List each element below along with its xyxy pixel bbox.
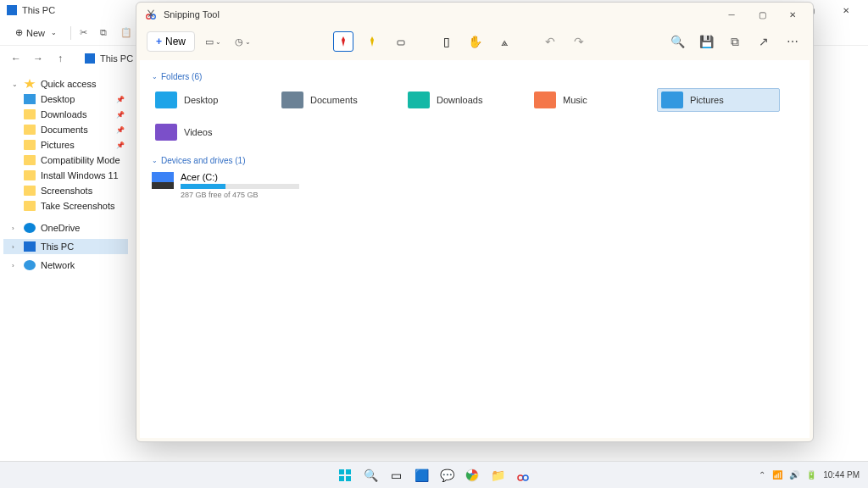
- close-button[interactable]: ✕: [831, 0, 861, 20]
- new-button[interactable]: ⊕New⌄: [10, 25, 62, 40]
- folder-music[interactable]: Music: [531, 88, 654, 112]
- sidebar-item-documents[interactable]: Documents📌: [3, 122, 128, 137]
- paste-icon[interactable]: 📋: [120, 27, 132, 39]
- up-button[interactable]: ↑: [54, 53, 66, 64]
- crop-tool[interactable]: ⟁: [494, 31, 515, 52]
- drive-c[interactable]: Acer (C:) 287 GB free of 475 GB: [152, 172, 798, 199]
- start-button[interactable]: [336, 466, 354, 485]
- snip-maximize-button[interactable]: ▢: [747, 4, 777, 25]
- explorer-title: This PC: [22, 5, 55, 15]
- pen-red-tool[interactable]: [333, 31, 353, 52]
- address-bar[interactable]: This PC: [85, 53, 133, 64]
- search-button[interactable]: 🔍: [361, 466, 380, 485]
- sidebar-network[interactable]: ›Network: [3, 258, 128, 273]
- ruler-tool[interactable]: ▯: [437, 31, 457, 52]
- share-button[interactable]: ↗: [754, 31, 774, 52]
- sidebar-item-install[interactable]: Install Windows 11: [3, 168, 128, 183]
- this-pc-icon: [7, 5, 17, 15]
- copy-icon[interactable]: ⧉: [100, 27, 112, 39]
- snip-close-button[interactable]: ✕: [777, 4, 808, 25]
- folder-documents[interactable]: Documents: [278, 88, 401, 112]
- folder-pictures[interactable]: Pictures: [657, 88, 780, 112]
- snip-canvas: Folders (6) Desktop Documents Downloads …: [140, 60, 810, 438]
- sidebar-item-desktop[interactable]: Desktop📌: [3, 92, 128, 107]
- copy-button[interactable]: ⧉: [725, 31, 745, 52]
- tray-chevron-icon[interactable]: ⌃: [759, 470, 765, 480]
- snipping-taskbar-icon[interactable]: [514, 466, 532, 485]
- sidebar-item-take-screenshots[interactable]: Take Screenshots: [3, 198, 128, 214]
- snip-minimize-button[interactable]: ─: [716, 4, 747, 25]
- snip-titlebar: Snipping Tool ─ ▢ ✕: [136, 3, 813, 26]
- drive-name: Acer (C:): [181, 172, 299, 182]
- snip-mode-dropdown[interactable]: ▭⌄: [202, 33, 225, 51]
- save-button[interactable]: 💾: [696, 31, 716, 52]
- svg-rect-6: [346, 476, 351, 481]
- wifi-icon[interactable]: 📶: [772, 470, 782, 480]
- svg-rect-5: [339, 476, 344, 481]
- snip-delay-dropdown[interactable]: ◷⌄: [231, 33, 254, 51]
- svg-rect-2: [398, 41, 404, 45]
- forward-button[interactable]: →: [32, 53, 44, 64]
- sidebar-this-pc[interactable]: ›This PC: [3, 239, 128, 254]
- clock[interactable]: 10:44 PM: [823, 470, 860, 480]
- drive-usage-bar: [181, 184, 299, 189]
- svg-point-9: [518, 475, 523, 480]
- touch-tool[interactable]: ✋: [465, 31, 486, 52]
- back-button[interactable]: ←: [10, 53, 22, 64]
- snipping-tool-window: Snipping Tool ─ ▢ ✕ +New ▭⌄ ◷⌄ ▯ ✋ ⟁ ↶ ↷…: [136, 2, 814, 442]
- folder-desktop[interactable]: Desktop: [152, 88, 275, 112]
- folder-downloads[interactable]: Downloads: [404, 88, 527, 112]
- more-button[interactable]: ⋯: [782, 31, 803, 52]
- canvas-devices-header: Devices and drives (1): [152, 152, 798, 169]
- sidebar-item-pictures[interactable]: Pictures📌: [3, 137, 128, 152]
- chrome-icon[interactable]: [463, 466, 481, 485]
- pen-yellow-tool[interactable]: [362, 31, 382, 52]
- cut-icon[interactable]: ✂: [80, 27, 92, 39]
- zoom-button[interactable]: 🔍: [667, 31, 687, 52]
- snip-edit-tools: ▯ ✋ ⟁ ↶ ↷: [333, 31, 589, 52]
- eraser-tool[interactable]: [391, 31, 411, 52]
- battery-icon[interactable]: 🔋: [806, 470, 816, 480]
- sidebar-onedrive[interactable]: ›OneDrive: [3, 220, 128, 236]
- svg-rect-4: [346, 469, 351, 474]
- sidebar-item-downloads[interactable]: Downloads📌: [3, 107, 128, 122]
- canvas-folders-header: Folders (6): [152, 69, 798, 85]
- widgets-button[interactable]: 🟦: [412, 466, 431, 485]
- snip-new-button[interactable]: +New: [147, 31, 195, 52]
- snip-toolbar: +New ▭⌄ ◷⌄ ▯ ✋ ⟁ ↶ ↷ 🔍 💾 ⧉ ↗ ⋯: [136, 26, 813, 57]
- sidebar-item-compat[interactable]: Compatibility Mode: [3, 152, 128, 168]
- svg-rect-3: [339, 469, 344, 474]
- drive-icon: [152, 172, 174, 189]
- explorer-taskbar-icon[interactable]: 📁: [488, 466, 507, 485]
- folder-videos[interactable]: Videos: [152, 120, 275, 144]
- snip-title: Snipping Tool: [164, 9, 220, 19]
- undo-button[interactable]: ↶: [540, 31, 560, 52]
- address-text: This PC: [100, 53, 133, 64]
- svg-point-10: [523, 475, 528, 480]
- explorer-sidebar: ⌄Quick access Desktop📌 Downloads📌 Docume…: [0, 71, 131, 488]
- task-view-button[interactable]: ▭: [387, 466, 405, 485]
- chat-button[interactable]: 💬: [437, 466, 456, 485]
- redo-button[interactable]: ↷: [569, 31, 589, 52]
- pc-icon: [85, 53, 95, 64]
- snipping-tool-icon: [145, 8, 157, 20]
- drive-free-text: 287 GB free of 475 GB: [181, 191, 299, 199]
- sidebar-quick-access[interactable]: ⌄Quick access: [3, 76, 128, 92]
- sidebar-item-screenshots[interactable]: Screenshots: [3, 183, 128, 198]
- taskbar: 🔍 ▭ 🟦 💬 📁 ⌃ 📶 🔊 🔋 10:44 PM: [0, 461, 868, 488]
- volume-icon[interactable]: 🔊: [789, 470, 799, 480]
